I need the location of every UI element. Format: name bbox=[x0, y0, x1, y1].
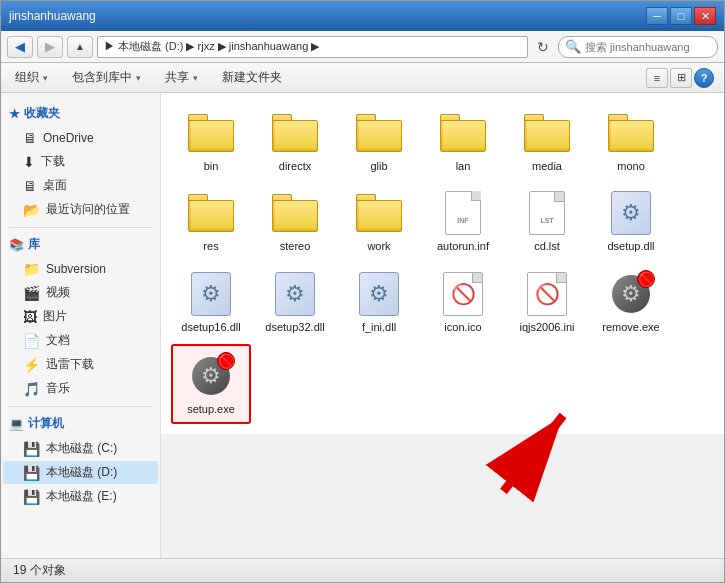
sidebar-item-drive-d[interactable]: 💾 本地磁盘 (D:) bbox=[3, 461, 158, 484]
file-remove-exe[interactable]: ⚙ 🚫 remove.exe bbox=[591, 264, 671, 340]
sidebar-section-library: 📚 库 📁 Subversion 🎬 视频 🖼 图片 📄 文档 bbox=[1, 232, 160, 400]
file-fini-name: f_ini.dll bbox=[362, 320, 396, 334]
images-label: 图片 bbox=[43, 308, 67, 325]
folder-glib[interactable]: glib bbox=[339, 103, 419, 179]
folder-lan-name: lan bbox=[456, 159, 471, 173]
organize-label: 组织 bbox=[15, 69, 39, 86]
file-remove-exe-name: remove.exe bbox=[602, 320, 659, 334]
video-label: 视频 bbox=[46, 284, 70, 301]
folder-work[interactable]: work bbox=[339, 183, 419, 259]
new-folder-button[interactable]: 新建文件夹 bbox=[218, 67, 286, 88]
sidebar-item-drive-e[interactable]: 💾 本地磁盘 (E:) bbox=[3, 485, 158, 508]
folder-bin[interactable]: bin bbox=[171, 103, 251, 179]
sidebar-header-favorites[interactable]: ★ 收藏夹 bbox=[1, 101, 160, 126]
file-iqjs[interactable]: 🚫 iqjs2006.ini bbox=[507, 264, 587, 340]
favorites-label: 收藏夹 bbox=[24, 105, 60, 122]
folder-bin-name: bin bbox=[204, 159, 219, 173]
file-icon-ico-name: icon.ico bbox=[444, 320, 481, 334]
up-button[interactable]: ▲ bbox=[67, 36, 93, 58]
include-library-arrow: ▾ bbox=[136, 73, 141, 83]
folder-stereo-icon bbox=[271, 189, 319, 237]
recent-icon: 📂 bbox=[23, 202, 40, 218]
folder-media-icon bbox=[523, 109, 571, 157]
sidebar-item-music[interactable]: 🎵 音乐 bbox=[3, 377, 158, 400]
folder-lan[interactable]: lan bbox=[423, 103, 503, 179]
include-library-button[interactable]: 包含到库中 ▾ bbox=[68, 67, 145, 88]
file-view-wrapper: bin directx glib bbox=[161, 93, 724, 558]
titlebar: jinshanhuawang ─ □ ✕ bbox=[1, 1, 724, 31]
drive-d-icon: 💾 bbox=[23, 465, 40, 481]
images-icon: 🖼 bbox=[23, 309, 37, 325]
folder-res-icon bbox=[187, 189, 235, 237]
sidebar-header-computer[interactable]: 💻 计算机 bbox=[1, 411, 160, 436]
share-button[interactable]: 共享 ▾ bbox=[161, 67, 202, 88]
file-dsetup-name: dsetup.dll bbox=[607, 239, 654, 253]
file-dsetup[interactable]: ⚙ dsetup.dll bbox=[591, 183, 671, 259]
include-library-label: 包含到库中 bbox=[72, 69, 132, 86]
sidebar-item-subversion[interactable]: 📁 Subversion bbox=[3, 258, 158, 280]
file-remove-exe-icon: ⚙ 🚫 bbox=[607, 270, 655, 318]
sidebar-section-computer: 💻 计算机 💾 本地磁盘 (C:) 💾 本地磁盘 (D:) 💾 本地磁盘 (E:… bbox=[1, 411, 160, 508]
folder-res[interactable]: res bbox=[171, 183, 251, 259]
folder-directx-name: directx bbox=[279, 159, 311, 173]
file-icon-ico[interactable]: 🚫 icon.ico bbox=[423, 264, 503, 340]
file-autorun[interactable]: INF autorun.inf bbox=[423, 183, 503, 259]
sidebar-item-images[interactable]: 🖼 图片 bbox=[3, 305, 158, 328]
file-autorun-icon: INF bbox=[439, 189, 487, 237]
file-dsetup16[interactable]: ⚙ dsetup16.dll bbox=[171, 264, 251, 340]
documents-icon: 📄 bbox=[23, 333, 40, 349]
folder-bin-icon bbox=[187, 109, 235, 157]
library-label: 库 bbox=[28, 236, 40, 253]
file-cdlst[interactable]: LST cd.lst bbox=[507, 183, 587, 259]
drive-c-icon: 💾 bbox=[23, 441, 40, 457]
file-fini[interactable]: ⚙ f_ini.dll bbox=[339, 264, 419, 340]
file-setup-exe[interactable]: ⚙ 🚫 setup.exe bbox=[171, 344, 251, 424]
search-box[interactable]: 🔍 bbox=[558, 36, 718, 58]
refresh-button[interactable]: ↻ bbox=[532, 36, 554, 58]
folder-directx-icon bbox=[271, 109, 319, 157]
sidebar-item-onedrive[interactable]: 🖥 OneDrive bbox=[3, 127, 158, 149]
help-button[interactable]: ? bbox=[694, 68, 714, 88]
folder-stereo-name: stereo bbox=[280, 239, 311, 253]
sidebar-item-download[interactable]: ⬇ 下载 bbox=[3, 150, 158, 173]
sidebar-item-drive-c[interactable]: 💾 本地磁盘 (C:) bbox=[3, 437, 158, 460]
sidebar-item-video[interactable]: 🎬 视频 bbox=[3, 281, 158, 304]
desktop-label: 桌面 bbox=[43, 177, 67, 194]
folder-media[interactable]: media bbox=[507, 103, 587, 179]
file-dsetup32-name: dsetup32.dll bbox=[265, 320, 324, 334]
file-setup-exe-name: setup.exe bbox=[187, 402, 235, 416]
drive-e-label: 本地磁盘 (E:) bbox=[46, 488, 117, 505]
view-toggle-button[interactable]: ≡ bbox=[646, 68, 668, 88]
sidebar-item-thunder[interactable]: ⚡ 迅雷下载 bbox=[3, 353, 158, 376]
close-button[interactable]: ✕ bbox=[694, 7, 716, 25]
subversion-label: Subversion bbox=[46, 262, 106, 276]
minimize-button[interactable]: ─ bbox=[646, 7, 668, 25]
share-arrow: ▾ bbox=[193, 73, 198, 83]
sidebar-header-library[interactable]: 📚 库 bbox=[1, 232, 160, 257]
file-dsetup32[interactable]: ⚙ dsetup32.dll bbox=[255, 264, 335, 340]
folder-mono-icon bbox=[607, 109, 655, 157]
sidebar-item-documents[interactable]: 📄 文档 bbox=[3, 329, 158, 352]
view-grid-button[interactable]: ⊞ bbox=[670, 68, 692, 88]
forward-button[interactable]: ▶ bbox=[37, 36, 63, 58]
file-dsetup16-icon: ⚙ bbox=[187, 270, 235, 318]
music-label: 音乐 bbox=[46, 380, 70, 397]
folder-mono[interactable]: mono bbox=[591, 103, 671, 179]
desktop-icon: 🖥 bbox=[23, 178, 37, 194]
maximize-button[interactable]: □ bbox=[670, 7, 692, 25]
folder-directx[interactable]: directx bbox=[255, 103, 335, 179]
sidebar-item-desktop[interactable]: 🖥 桌面 bbox=[3, 174, 158, 197]
file-autorun-name: autorun.inf bbox=[437, 239, 489, 253]
folder-stereo[interactable]: stereo bbox=[255, 183, 335, 259]
back-button[interactable]: ◀ bbox=[7, 36, 33, 58]
file-icon-ico-icon: 🚫 bbox=[439, 270, 487, 318]
organize-button[interactable]: 组织 ▾ bbox=[11, 67, 52, 88]
address-path[interactable]: ▶ 本地磁盘 (D:) ▶ rjxz ▶ jinshanhuawang ▶ bbox=[97, 36, 528, 58]
file-dsetup-icon: ⚙ bbox=[607, 189, 655, 237]
search-input[interactable] bbox=[585, 41, 711, 53]
sidebar-item-recent[interactable]: 📂 最近访问的位置 bbox=[3, 198, 158, 221]
onedrive-icon: 🖥 bbox=[23, 130, 37, 146]
drive-e-icon: 💾 bbox=[23, 489, 40, 505]
drive-d-label: 本地磁盘 (D:) bbox=[46, 464, 117, 481]
folder-work-name: work bbox=[367, 239, 390, 253]
